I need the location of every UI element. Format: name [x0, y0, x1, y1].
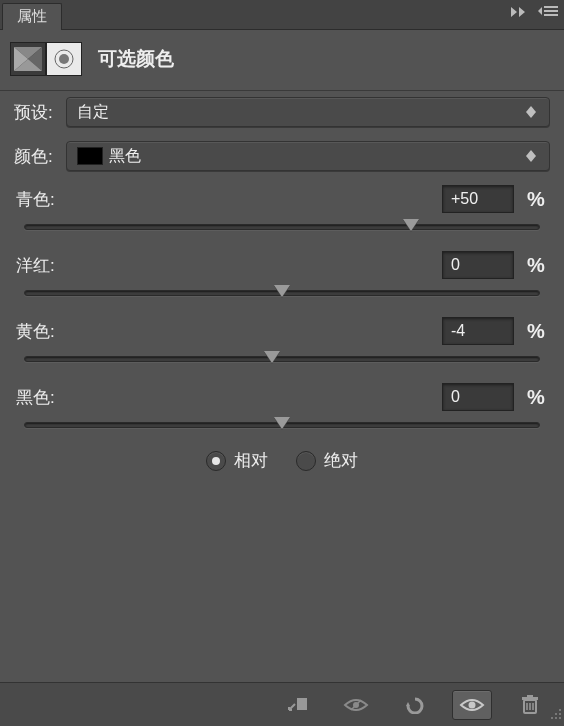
slider-cyan: 青色: %: [14, 185, 550, 233]
color-swatch: [77, 147, 103, 165]
slider-thumb-icon[interactable]: [274, 285, 290, 297]
clip-to-layer-button[interactable]: [278, 690, 318, 720]
slider-yellow: 黄色: %: [14, 317, 550, 365]
color-label: 颜色:: [14, 145, 66, 168]
svg-point-27: [555, 713, 557, 715]
svg-rect-19: [527, 695, 533, 697]
mode-absolute[interactable]: 绝对: [296, 449, 358, 472]
relative-label: 相对: [234, 449, 268, 472]
svg-rect-0: [544, 6, 558, 8]
cyan-slider[interactable]: [24, 219, 540, 233]
preset-dropdown[interactable]: 自定: [66, 97, 550, 127]
percent-unit: %: [524, 386, 548, 409]
delete-button[interactable]: [510, 690, 550, 720]
svg-marker-12: [526, 156, 536, 162]
panel-footer: [0, 682, 564, 726]
svg-point-25: [559, 713, 561, 715]
slider-thumb-icon[interactable]: [264, 351, 280, 363]
updown-arrows-icon: [523, 150, 539, 162]
radio-icon: [296, 451, 316, 471]
adjustment-thumb-icon: [10, 42, 46, 76]
slider-black: 黑色: %: [14, 383, 550, 431]
cyan-input[interactable]: [442, 185, 514, 213]
svg-marker-15: [406, 702, 410, 706]
absolute-label: 绝对: [324, 449, 358, 472]
black-label: 黑色:: [16, 386, 76, 409]
black-slider[interactable]: [24, 417, 540, 431]
preset-value: 自定: [77, 102, 523, 123]
svg-rect-2: [544, 14, 558, 16]
mode-radio-group: 相对 绝对: [14, 449, 550, 472]
reset-button[interactable]: [394, 690, 434, 720]
collapse-icon[interactable]: [510, 4, 528, 22]
black-input[interactable]: [442, 383, 514, 411]
view-previous-button[interactable]: [336, 690, 376, 720]
selective-color-icon: [46, 42, 82, 76]
panel-menu-icon[interactable]: [538, 4, 558, 22]
svg-point-8: [59, 54, 69, 64]
slider-thumb-icon[interactable]: [274, 417, 290, 429]
svg-point-16: [469, 701, 476, 708]
percent-unit: %: [524, 254, 548, 277]
mode-relative[interactable]: 相对: [206, 449, 268, 472]
svg-rect-13: [297, 698, 307, 710]
yellow-label: 黄色:: [16, 320, 76, 343]
yellow-input[interactable]: [442, 317, 514, 345]
svg-rect-18: [522, 697, 538, 700]
svg-point-24: [555, 717, 557, 719]
magenta-label: 洋红:: [16, 254, 76, 277]
resize-grip-icon[interactable]: [550, 706, 562, 724]
magenta-slider[interactable]: [24, 285, 540, 299]
svg-point-28: [559, 709, 561, 711]
color-value: 黑色: [109, 146, 523, 167]
svg-marker-10: [526, 112, 536, 118]
toggle-visibility-button[interactable]: [452, 690, 492, 720]
svg-point-23: [559, 717, 561, 719]
svg-rect-1: [544, 10, 558, 12]
panel-tabbar: 属性: [0, 0, 564, 30]
color-dropdown[interactable]: 黑色: [66, 141, 550, 171]
slider-magenta: 洋红: %: [14, 251, 550, 299]
slider-thumb-icon[interactable]: [403, 219, 419, 231]
adjustment-name-label: 可选颜色: [98, 46, 174, 72]
magenta-input[interactable]: [442, 251, 514, 279]
svg-point-26: [551, 717, 553, 719]
panel-tab-properties[interactable]: 属性: [2, 3, 62, 30]
preset-label: 预设:: [14, 101, 66, 124]
yellow-slider[interactable]: [24, 351, 540, 365]
cyan-label: 青色:: [16, 188, 76, 211]
adjustment-header: 可选颜色: [0, 30, 564, 90]
percent-unit: %: [524, 188, 548, 211]
updown-arrows-icon: [523, 106, 539, 118]
percent-unit: %: [524, 320, 548, 343]
radio-icon: [206, 451, 226, 471]
